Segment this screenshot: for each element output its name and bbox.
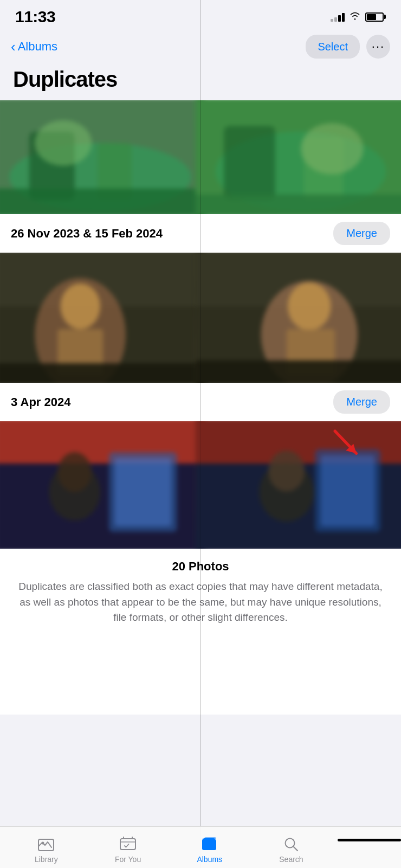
photo-pair-3[interactable]	[0, 421, 401, 549]
tab-for-you[interactable]: For You	[87, 833, 169, 866]
svg-line-53	[294, 847, 298, 851]
albums-tab-icon	[201, 835, 218, 853]
svg-rect-42	[120, 839, 135, 850]
library-tab-icon	[37, 835, 55, 853]
duplicate-item-3	[0, 421, 401, 549]
for-you-tab-icon	[119, 835, 137, 853]
svg-rect-51	[202, 839, 214, 850]
tab-search-label: Search	[279, 855, 303, 864]
back-chevron-icon: ‹	[11, 40, 16, 54]
home-indicator	[338, 839, 401, 841]
select-button[interactable]: Select	[306, 35, 360, 59]
date-label-2: 3 Apr 2024	[11, 395, 70, 409]
photo-2b[interactable]	[196, 253, 401, 383]
photo-1a[interactable]	[0, 100, 205, 214]
signal-icon	[331, 12, 345, 22]
content-area: 26 Nov 2023 & 15 Feb 2024 Merge	[0, 100, 401, 715]
back-button[interactable]: ‹ Albums	[11, 40, 57, 54]
tab-bar: Library For You	[0, 826, 401, 868]
merge-button-1[interactable]: Merge	[333, 222, 390, 245]
photo-3b[interactable]	[196, 421, 401, 549]
svg-rect-5	[0, 189, 205, 214]
tab-albums[interactable]: Albums	[169, 833, 250, 866]
more-dots-icon: ···	[372, 40, 385, 54]
nav-actions: Select ···	[306, 35, 390, 59]
tab-albums-label: Albums	[197, 855, 222, 864]
back-label: Albums	[18, 40, 57, 54]
battery-icon	[365, 12, 386, 22]
photo-divider-3	[200, 421, 201, 549]
svg-rect-39	[321, 455, 375, 526]
svg-point-4	[35, 120, 92, 166]
tab-for-you-label: For You	[115, 855, 141, 864]
date-label-1: 26 Nov 2023 & 15 Feb 2024	[11, 227, 163, 241]
svg-point-41	[42, 842, 44, 845]
photo-2a[interactable]	[0, 253, 205, 383]
svg-point-10	[301, 123, 364, 175]
svg-rect-11	[196, 194, 401, 214]
svg-rect-32	[114, 458, 171, 526]
status-icons	[331, 11, 386, 22]
svg-rect-8	[224, 126, 275, 200]
svg-point-37	[268, 451, 305, 492]
tab-library-label: Library	[35, 855, 58, 864]
tab-library[interactable]: Library	[5, 833, 87, 866]
photo-1b[interactable]	[196, 100, 401, 214]
svg-rect-40	[38, 839, 54, 851]
photo-3a[interactable]	[0, 421, 205, 549]
svg-point-30	[57, 452, 92, 492]
search-tab-icon	[282, 835, 300, 853]
tab-search[interactable]: Search	[250, 833, 332, 866]
status-time: 11:33	[15, 8, 55, 26]
svg-point-15	[61, 284, 100, 329]
merge-button-2[interactable]: Merge	[333, 390, 390, 414]
svg-point-21	[288, 282, 331, 330]
svg-rect-23	[196, 361, 401, 383]
svg-rect-17	[0, 363, 205, 383]
tab-bar-content: Library For You	[0, 833, 338, 866]
more-button[interactable]: ···	[366, 35, 390, 59]
wifi-icon	[349, 11, 361, 22]
